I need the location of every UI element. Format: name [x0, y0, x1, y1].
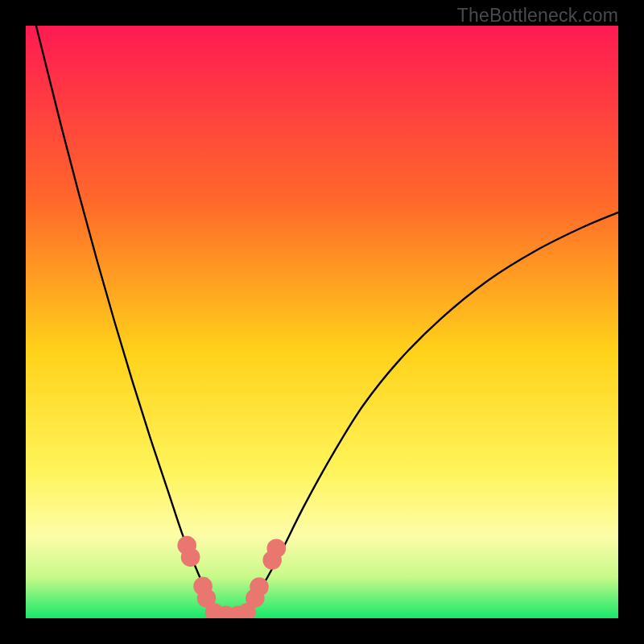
- watermark-text: TheBottleneck.com: [457, 5, 618, 27]
- trough-marker: [250, 577, 269, 597]
- chart-plot: [26, 26, 618, 618]
- chart-container: TheBottleneck.com: [0, 0, 644, 644]
- trough-marker: [181, 547, 200, 567]
- trough-marker: [267, 539, 287, 558]
